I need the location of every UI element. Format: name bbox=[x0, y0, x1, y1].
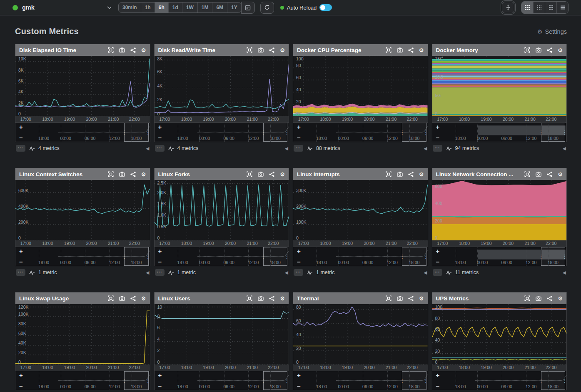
view-grid-dots-button[interactable] bbox=[533, 2, 545, 13]
collapse-card-button[interactable]: ◀ bbox=[285, 146, 288, 151]
share-icon[interactable] bbox=[130, 296, 136, 301]
collapse-card-button[interactable]: ◀ bbox=[563, 146, 566, 151]
zoom-in-button[interactable]: + bbox=[158, 372, 167, 378]
gear-icon[interactable]: ⚙ bbox=[280, 172, 285, 177]
zoom-out-button[interactable]: − bbox=[297, 383, 306, 389]
calendar-button[interactable] bbox=[241, 2, 255, 14]
chart-area[interactable]: 0200K400K600K 17:0018:0019:0020:0021:002… bbox=[15, 180, 150, 247]
chart-area[interactable]: 00.5K1.0K1.5K2.0K2.5K 17:0018:0019:0020:… bbox=[155, 180, 289, 247]
more-options-button[interactable]: ··· bbox=[294, 145, 303, 152]
collapse-card-button[interactable]: ◀ bbox=[146, 270, 149, 275]
refresh-button[interactable] bbox=[260, 2, 274, 14]
chart-area[interactable]: 020K40K60K80K100K120K 17:0018:0019:0020:… bbox=[15, 304, 150, 371]
gear-icon[interactable]: ⚙ bbox=[280, 47, 285, 53]
share-icon[interactable] bbox=[408, 296, 414, 301]
zoom-in-button[interactable]: + bbox=[297, 372, 306, 378]
camera-icon[interactable] bbox=[119, 47, 125, 52]
chart-area[interactable]: 0200400600 17:0018:0019:0020:0021:0022:0… bbox=[432, 180, 567, 247]
zoom-out-button[interactable]: − bbox=[19, 259, 28, 265]
zoom-out-button[interactable]: − bbox=[436, 383, 445, 389]
camera-icon[interactable] bbox=[397, 47, 403, 52]
view-grid-loose-button[interactable] bbox=[545, 2, 556, 13]
navigator-timeline[interactable]: ⋮ ⋮ 18:0000:0006:0012:0018:00 bbox=[306, 371, 428, 390]
more-options-button[interactable]: ··· bbox=[155, 145, 165, 152]
fullscreen-icon[interactable] bbox=[108, 171, 114, 177]
share-icon[interactable] bbox=[408, 47, 414, 53]
time-range-1h[interactable]: 1h bbox=[141, 2, 155, 12]
gear-icon[interactable]: ⚙ bbox=[141, 296, 146, 301]
zoom-out-button[interactable]: − bbox=[158, 259, 167, 265]
zoom-in-button[interactable]: + bbox=[158, 248, 167, 254]
selection-handle-right[interactable]: ⋮ bbox=[284, 254, 289, 260]
card-header[interactable]: Thermal ⚙ bbox=[293, 292, 428, 304]
more-options-button[interactable]: ··· bbox=[16, 269, 25, 276]
share-icon[interactable] bbox=[130, 47, 136, 53]
time-range-1d[interactable]: 1d bbox=[168, 2, 182, 12]
gear-icon[interactable]: ⚙ bbox=[558, 47, 563, 53]
camera-icon[interactable] bbox=[397, 296, 403, 301]
navigator-timeline[interactable]: ⋮ ⋮ 18:0000:0006:0012:0018:00 bbox=[167, 123, 289, 142]
collapse-card-button[interactable]: ◀ bbox=[285, 270, 288, 275]
fullscreen-icon[interactable] bbox=[524, 295, 530, 301]
settings-button[interactable]: ⚙ Settings bbox=[537, 28, 567, 35]
time-range-1M[interactable]: 1M bbox=[197, 2, 212, 12]
collapse-card-button[interactable]: ◀ bbox=[146, 146, 149, 151]
zoom-out-button[interactable]: − bbox=[158, 383, 167, 389]
gear-icon[interactable]: ⚙ bbox=[280, 296, 285, 301]
navigator-timeline[interactable]: ⋮ ⋮ 18:0000:0006:0012:0018:00 bbox=[28, 371, 150, 390]
zoom-out-button[interactable]: − bbox=[19, 135, 28, 141]
card-header[interactable]: Disk Read/Write Time ⚙ bbox=[155, 44, 289, 56]
share-icon[interactable] bbox=[269, 172, 274, 177]
share-icon[interactable] bbox=[547, 172, 552, 177]
gear-icon[interactable]: ⚙ bbox=[558, 172, 563, 177]
fullscreen-icon[interactable] bbox=[247, 171, 252, 177]
selection-handle-left[interactable]: ⋮ bbox=[261, 378, 266, 384]
selection-handle-left[interactable]: ⋮ bbox=[400, 254, 405, 260]
selection-handle-right[interactable]: ⋮ bbox=[424, 378, 428, 384]
zoom-out-button[interactable]: − bbox=[297, 259, 306, 265]
view-grid-dense-button[interactable] bbox=[521, 2, 533, 13]
more-options-button[interactable]: ··· bbox=[433, 269, 442, 276]
zoom-in-button[interactable]: + bbox=[19, 124, 28, 130]
fullscreen-icon[interactable] bbox=[386, 47, 391, 53]
time-range-1W[interactable]: 1W bbox=[182, 2, 197, 12]
camera-icon[interactable] bbox=[397, 172, 403, 177]
gear-icon[interactable]: ⚙ bbox=[419, 296, 424, 301]
chart-area[interactable]: 0100K200K300K 17:0018:0019:0020:0021:002… bbox=[293, 180, 428, 247]
fullscreen-icon[interactable] bbox=[108, 295, 114, 301]
zoom-in-button[interactable]: + bbox=[436, 124, 445, 130]
gear-icon[interactable]: ⚙ bbox=[141, 47, 146, 53]
gear-icon[interactable]: ⚙ bbox=[141, 172, 146, 177]
time-range-6h[interactable]: 6h bbox=[155, 2, 168, 12]
zoom-in-button[interactable]: + bbox=[436, 248, 445, 254]
share-icon[interactable] bbox=[269, 47, 274, 53]
auto-reload-toggle[interactable] bbox=[319, 4, 332, 11]
selection-handle-left[interactable]: ⋮ bbox=[122, 130, 127, 135]
more-options-button[interactable]: ··· bbox=[16, 145, 25, 152]
zoom-out-button[interactable]: − bbox=[436, 259, 445, 265]
zoom-out-button[interactable]: − bbox=[19, 383, 28, 389]
time-range-30min[interactable]: 30min bbox=[119, 2, 141, 12]
fullscreen-icon[interactable] bbox=[524, 171, 530, 177]
share-icon[interactable] bbox=[408, 172, 414, 177]
navigator-timeline[interactable]: ⋮ ⋮ 18:0000:0006:0012:0018:00 bbox=[28, 247, 150, 266]
selection-handle-right[interactable]: ⋮ bbox=[424, 254, 428, 260]
share-icon[interactable] bbox=[547, 47, 552, 53]
navigator-timeline[interactable]: ⋮ ⋮ 18:0000:0006:0012:0018:00 bbox=[167, 371, 289, 390]
collapse-card-button[interactable]: ◀ bbox=[424, 146, 427, 151]
camera-icon[interactable] bbox=[536, 47, 541, 52]
card-header[interactable]: UPS Metrics ⚙ bbox=[432, 292, 567, 304]
camera-icon[interactable] bbox=[536, 296, 541, 301]
view-list-button[interactable] bbox=[556, 2, 568, 13]
selection-handle-right[interactable]: ⋮ bbox=[562, 254, 566, 260]
camera-icon[interactable] bbox=[258, 47, 264, 52]
selection-handle-right[interactable]: ⋮ bbox=[146, 130, 150, 135]
more-options-button[interactable]: ··· bbox=[294, 269, 303, 276]
time-range-1Y[interactable]: 1Y bbox=[227, 2, 241, 12]
selection-handle-left[interactable]: ⋮ bbox=[539, 378, 544, 384]
selection-handle-left[interactable]: ⋮ bbox=[539, 254, 544, 260]
gear-icon[interactable]: ⚙ bbox=[558, 296, 563, 301]
collapse-card-button[interactable]: ◀ bbox=[563, 270, 566, 275]
chart-area[interactable]: 020406080100 17:0018:0019:0020:0021:0022… bbox=[293, 56, 428, 122]
zoom-in-button[interactable]: + bbox=[297, 124, 306, 130]
